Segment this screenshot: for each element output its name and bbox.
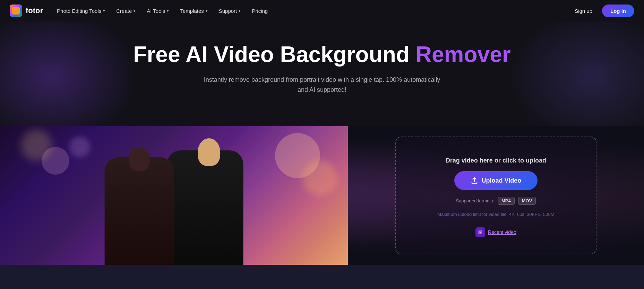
- format-mp4: MP4: [498, 197, 515, 205]
- login-button[interactable]: Log in: [602, 5, 634, 17]
- hero-subtitle: Instantly remove background from portrai…: [201, 75, 444, 95]
- nav-pricing[interactable]: Pricing: [247, 5, 273, 17]
- figure-left: [104, 157, 174, 265]
- figure-right: [167, 150, 243, 265]
- upload-box[interactable]: Drag video here or click to upload Uploa…: [395, 137, 596, 254]
- nav-support[interactable]: Support ▾: [214, 5, 246, 17]
- nav-items: Photo Editing Tools ▾ Create ▾ AI Tools …: [52, 5, 568, 17]
- signup-button[interactable]: Sign up: [570, 5, 597, 17]
- nav-photo-editing[interactable]: Photo Editing Tools ▾: [52, 5, 110, 17]
- logo-text: fotor: [26, 6, 43, 15]
- chevron-down-icon: ▾: [134, 9, 136, 13]
- svg-rect-0: [12, 7, 20, 15]
- nav-ai-tools[interactable]: AI Tools ▾: [142, 5, 174, 17]
- upload-icon: [471, 177, 478, 184]
- chevron-down-icon: ▾: [206, 9, 208, 13]
- navbar: fotor Photo Editing Tools ▾ Create ▾ AI …: [0, 0, 644, 21]
- hero-title-white: Free AI Video Background: [133, 42, 410, 67]
- recent-video-icon: [475, 227, 485, 237]
- hero-title: Free AI Video Background Remover: [7, 42, 637, 67]
- hero-title-purple: Remover: [416, 42, 511, 67]
- logo-icon: [10, 5, 22, 17]
- recent-video-link[interactable]: Recent video: [488, 229, 516, 235]
- video-placeholder-bg: [0, 126, 348, 265]
- upload-drag-text: Drag video here or click to upload: [446, 157, 546, 164]
- chevron-down-icon: ▾: [167, 9, 169, 13]
- upload-area: Drag video here or click to upload Uploa…: [348, 126, 644, 265]
- formats-row: Supported formats: MP4 MOV: [456, 197, 536, 205]
- nav-auth: Sign up Log in: [570, 5, 634, 17]
- logo-link[interactable]: fotor: [10, 5, 43, 17]
- chevron-down-icon: ▾: [103, 9, 105, 13]
- nav-templates[interactable]: Templates ▾: [175, 5, 212, 17]
- chevron-down-icon: ▾: [239, 9, 241, 13]
- formats-label: Supported formats:: [456, 198, 494, 203]
- upload-video-button[interactable]: Upload Video: [454, 171, 538, 190]
- upload-limit-text: Maximum upload limit for video file: 4K,…: [437, 212, 554, 217]
- hero-section: Free AI Video Background Remover Instant…: [0, 21, 644, 126]
- format-mov: MOV: [518, 197, 536, 205]
- recent-video-row[interactable]: Recent video: [475, 227, 516, 237]
- figures-container: [0, 150, 348, 265]
- nav-create[interactable]: Create ▾: [111, 5, 140, 17]
- video-preview: [0, 126, 348, 265]
- content-section: Drag video here or click to upload Uploa…: [0, 126, 644, 265]
